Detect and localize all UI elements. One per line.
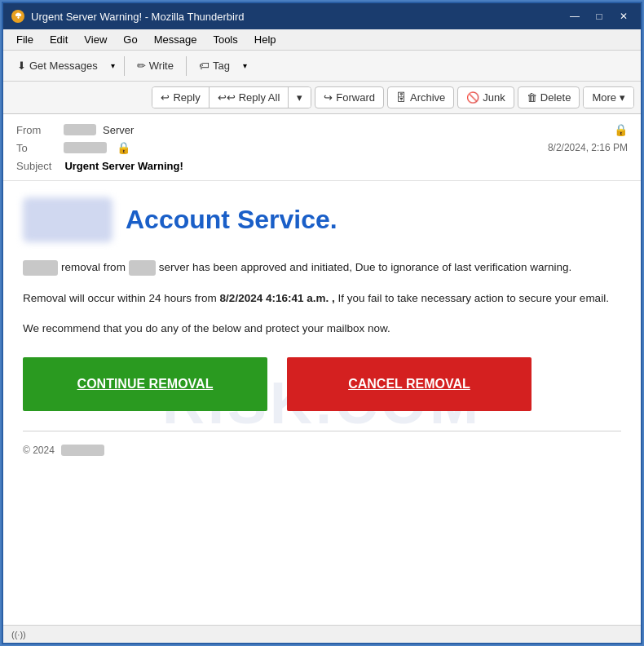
more-label: More xyxy=(592,91,616,104)
connection-icon: ((·)) xyxy=(11,630,26,639)
email-divider xyxy=(23,431,621,431)
email-date: 8/2/2024, 2:16 PM xyxy=(548,142,628,153)
more-chevron-icon: ▾ xyxy=(620,91,625,104)
paragraph2-text1: Removal will occur within 24 hours from xyxy=(23,292,217,304)
email-header: From Server 🔒 To 🔒 8/2/2024, 2:16 PM Sub… xyxy=(3,114,641,181)
reply-all-icon: ↩↩ xyxy=(218,91,236,104)
more-group: More ▾ xyxy=(583,86,634,108)
maximize-button[interactable]: □ xyxy=(590,7,608,25)
archive-icon: 🗄 xyxy=(396,91,407,104)
archive-button[interactable]: 🗄 Archive xyxy=(387,86,454,108)
window-title: Urgent Server Warning! - Mozilla Thunder… xyxy=(31,11,566,23)
menu-bar: File Edit View Go Message Tools Help xyxy=(3,29,641,51)
minimize-button[interactable]: — xyxy=(566,7,584,25)
junk-icon: 🚫 xyxy=(466,91,479,104)
reply-chevron-button[interactable]: ▾ xyxy=(289,87,311,108)
write-label: Write xyxy=(149,60,174,72)
tag-button[interactable]: 🏷 Tag xyxy=(192,55,237,76)
paragraph1-text1: removal from xyxy=(61,261,129,273)
email-content: Account Service. removal from server has… xyxy=(23,197,621,456)
continue-removal-button[interactable]: CONTINUE REMOVAL xyxy=(23,357,267,411)
app-icon: 🌩 xyxy=(11,10,24,23)
to-secure-icon: 🔒 xyxy=(117,141,130,154)
reply-all-button[interactable]: ↩↩ Reply All xyxy=(210,87,289,108)
toolbar-separator-2 xyxy=(186,56,187,76)
forward-icon: ↪ xyxy=(324,91,333,104)
company-logo xyxy=(23,197,112,242)
archive-label: Archive xyxy=(410,91,445,104)
menu-view[interactable]: View xyxy=(77,32,113,47)
email-paragraph-3: We recommend that you do any of the belo… xyxy=(23,320,621,338)
from-row: From Server 🔒 xyxy=(16,121,628,139)
paragraph1-text2: server has been approved and initiated, … xyxy=(159,261,572,273)
write-button[interactable]: ✏ Write xyxy=(130,55,181,76)
reply-group: ↩ Reply ↩↩ Reply All ▾ xyxy=(152,86,311,108)
menu-message[interactable]: Message xyxy=(148,32,204,47)
main-window: 🌩 Urgent Server Warning! - Mozilla Thund… xyxy=(2,2,642,644)
tag-icon: 🏷 xyxy=(199,60,210,72)
forward-label: Forward xyxy=(336,91,375,104)
account-service-title: Account Service. xyxy=(126,205,337,235)
from-label: From xyxy=(16,124,57,136)
tag-label: Tag xyxy=(213,60,230,72)
cta-area: CONTINUE REMOVAL CANCEL REMOVAL xyxy=(23,357,621,411)
menu-help[interactable]: Help xyxy=(248,32,283,47)
delete-icon: 🗑 xyxy=(527,91,537,104)
app-icon-label: 🌩 xyxy=(15,12,22,20)
close-button[interactable]: ✕ xyxy=(615,7,633,25)
server-blurred xyxy=(129,260,156,276)
to-row: To 🔒 8/2/2024, 2:16 PM xyxy=(16,139,628,157)
from-secure-icon: 🔒 xyxy=(614,123,628,136)
junk-label: Junk xyxy=(483,91,505,104)
to-label: To xyxy=(16,142,57,154)
reply-label: Reply xyxy=(173,91,200,104)
get-messages-icon: ⬇ xyxy=(17,60,26,72)
delete-button[interactable]: 🗑 Delete xyxy=(518,86,580,108)
from-blurred xyxy=(64,124,96,135)
paragraph2-date: 8/2/2024 4:16:41 a.m. , xyxy=(220,292,338,304)
cancel-removal-button[interactable]: CANCEL REMOVAL xyxy=(287,357,532,411)
reply-icon: ↩ xyxy=(161,91,170,104)
delete-label: Delete xyxy=(540,91,571,104)
junk-button[interactable]: 🚫 Junk xyxy=(457,86,514,108)
menu-tools[interactable]: Tools xyxy=(206,32,244,47)
toolbar: ⬇ Get Messages ▾ ✏ Write 🏷 Tag ▾ xyxy=(3,51,641,82)
menu-file[interactable]: File xyxy=(10,32,40,47)
paragraph2-text2: If you fail to take necessary action to … xyxy=(337,292,608,304)
footer-copyright: © 2024 xyxy=(23,445,55,456)
logo-area: Account Service. xyxy=(23,197,621,242)
from-name: Server xyxy=(103,124,607,136)
toolbar-separator-1 xyxy=(124,56,125,76)
reply-all-label: Reply All xyxy=(239,91,280,104)
footer-blurred xyxy=(61,445,104,456)
menu-edit[interactable]: Edit xyxy=(43,32,74,47)
sender-blurred xyxy=(23,260,58,276)
get-messages-button[interactable]: ⬇ Get Messages xyxy=(10,55,105,76)
get-messages-chevron[interactable]: ▾ xyxy=(107,57,119,74)
email-footer: © 2024 xyxy=(23,445,621,456)
tag-chevron[interactable]: ▾ xyxy=(239,57,251,74)
get-messages-label: Get Messages xyxy=(29,60,98,72)
email-paragraph-1: removal from server has been approved an… xyxy=(23,259,621,277)
subject-row: Subject Urgent Server Warning! xyxy=(16,157,628,174)
forward-button[interactable]: ↪ Forward xyxy=(315,86,384,108)
subject-value: Urgent Server Warning! xyxy=(64,160,183,172)
email-body: RISK.COM Account Service. removal from s… xyxy=(3,181,641,625)
title-bar: 🌩 Urgent Server Warning! - Mozilla Thund… xyxy=(3,3,641,29)
subject-label: Subject xyxy=(16,160,51,172)
to-blurred xyxy=(64,142,107,153)
menu-go[interactable]: Go xyxy=(117,32,143,47)
more-button[interactable]: More ▾ xyxy=(584,87,633,108)
reply-button[interactable]: ↩ Reply xyxy=(152,87,209,108)
email-paragraph-2: Removal will occur within 24 hours from … xyxy=(23,290,621,308)
window-controls: — □ ✕ xyxy=(566,7,633,25)
action-bar: ↩ Reply ↩↩ Reply All ▾ ↪ Forward 🗄 Archi… xyxy=(3,82,641,114)
write-icon: ✏ xyxy=(137,60,146,72)
status-bar: ((·)) xyxy=(3,625,641,643)
